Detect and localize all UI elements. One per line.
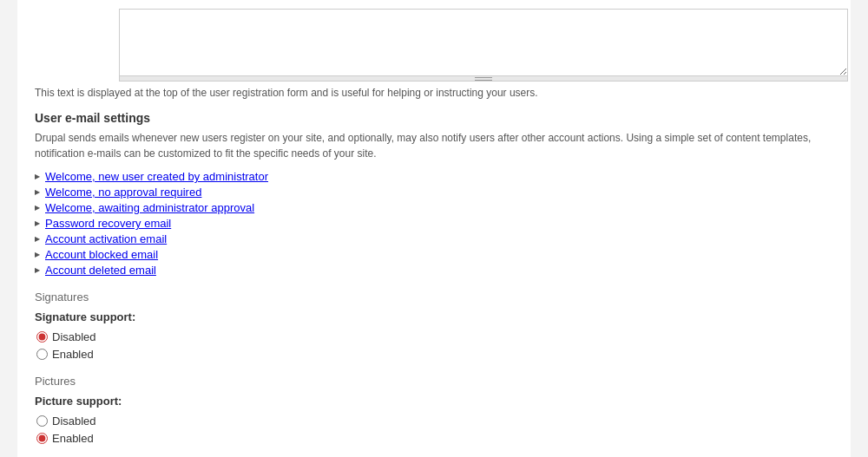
- list-item: Welcome, new user created by administrat…: [35, 170, 833, 183]
- picture-enabled-radio[interactable]: [36, 433, 48, 444]
- list-item: Account blocked email: [35, 248, 833, 261]
- user-email-section-title: User e-mail settings: [35, 111, 833, 125]
- picture-disabled-option: Disabled: [36, 415, 833, 428]
- welcome-awaiting-approval-link[interactable]: Welcome, awaiting administrator approval: [45, 201, 254, 214]
- registration-text-textarea[interactable]: [119, 9, 848, 76]
- signature-enabled-option: Enabled: [36, 348, 833, 361]
- email-links-list: Welcome, new user created by administrat…: [35, 170, 833, 277]
- picture-disabled-label: Disabled: [52, 415, 96, 428]
- list-item: Welcome, awaiting administrator approval: [35, 201, 833, 214]
- account-activation-link[interactable]: Account activation email: [45, 232, 167, 245]
- account-blocked-link[interactable]: Account blocked email: [45, 248, 158, 261]
- welcome-no-approval-link[interactable]: Welcome, no approval required: [45, 186, 201, 199]
- signature-disabled-option: Disabled: [36, 330, 833, 343]
- pictures-section-title: Pictures: [35, 375, 833, 388]
- signature-support-radio-group: Disabled Enabled: [36, 330, 833, 361]
- list-item: Account activation email: [35, 232, 833, 245]
- textarea-wrapper: [35, 9, 833, 82]
- resize-handle-icon: [475, 77, 492, 81]
- welcome-new-user-link[interactable]: Welcome, new user created by administrat…: [45, 170, 268, 183]
- password-recovery-link[interactable]: Password recovery email: [45, 217, 171, 230]
- signature-enabled-label: Enabled: [52, 348, 94, 361]
- picture-enabled-label: Enabled: [52, 432, 94, 445]
- picture-support-label: Picture support:: [35, 395, 833, 408]
- resize-handle[interactable]: [119, 76, 848, 82]
- account-deleted-link[interactable]: Account deleted email: [45, 264, 156, 277]
- picture-enabled-option: Enabled: [36, 432, 833, 445]
- signature-enabled-radio[interactable]: [36, 349, 48, 360]
- textarea-helper-text: This text is displayed at the top of the…: [35, 87, 833, 99]
- user-email-section: User e-mail settings Drupal sends emails…: [35, 111, 833, 277]
- list-item: Account deleted email: [35, 264, 833, 277]
- list-item: Welcome, no approval required: [35, 186, 833, 199]
- signature-support-label: Signature support:: [35, 310, 833, 323]
- signatures-section-title: Signatures: [35, 291, 833, 304]
- picture-support-radio-group: Disabled Enabled: [36, 415, 833, 445]
- signatures-section: Signatures Signature support: Disabled E…: [35, 291, 833, 361]
- list-item: Password recovery email: [35, 217, 833, 230]
- content-area: This text is displayed at the top of the…: [17, 0, 851, 457]
- signature-disabled-label: Disabled: [52, 330, 96, 343]
- user-email-section-description: Drupal sends emails whenever new users r…: [35, 130, 833, 161]
- page-wrapper: This text is displayed at the top of the…: [0, 0, 868, 457]
- picture-disabled-radio[interactable]: [36, 415, 48, 427]
- pictures-section: Pictures Picture support: Disabled Enabl…: [35, 375, 833, 445]
- signature-disabled-radio[interactable]: [36, 331, 48, 343]
